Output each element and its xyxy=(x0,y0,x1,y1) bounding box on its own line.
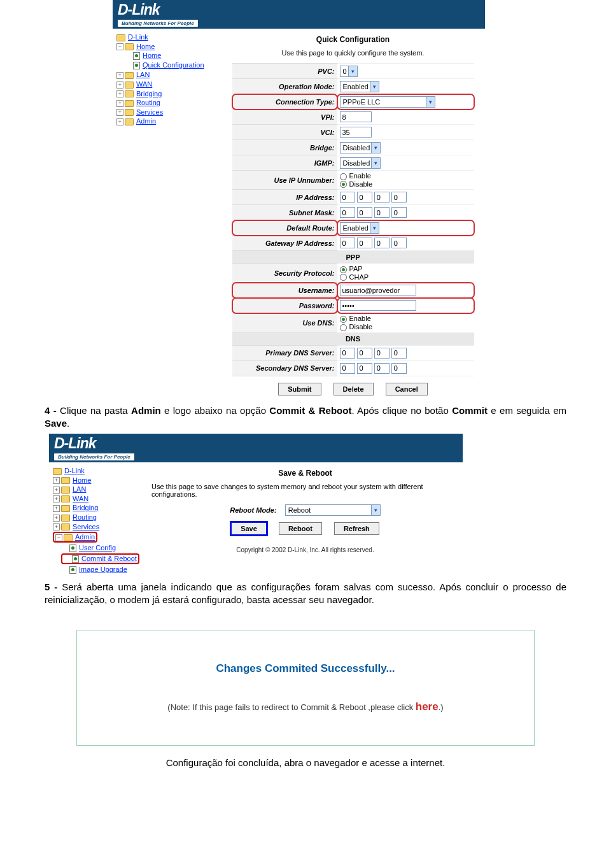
expander-icon[interactable]: + xyxy=(116,109,123,116)
input-sdns-3[interactable] xyxy=(391,363,407,374)
input-gw-2[interactable] xyxy=(374,238,390,248)
radio-ipun-disable[interactable] xyxy=(340,181,347,188)
input-gw-3[interactable] xyxy=(391,238,407,248)
delete-button[interactable]: Delete xyxy=(334,383,374,395)
nav-routing[interactable]: Routing xyxy=(73,513,97,521)
input-vpi[interactable] xyxy=(340,111,372,122)
input-pdns-0[interactable] xyxy=(340,348,355,359)
save-button[interactable]: Save xyxy=(231,522,267,535)
nav-home-folder[interactable]: Home xyxy=(136,43,155,50)
nav-services[interactable]: Services xyxy=(73,523,99,530)
chevron-down-icon: ▾ xyxy=(348,66,357,76)
label-username: Username: xyxy=(232,283,337,298)
nav-root[interactable]: D-Link xyxy=(64,467,85,474)
expander-icon[interactable]: + xyxy=(53,487,60,494)
router-screen-savereboot: D-Link Building Networks For People D-Li… xyxy=(49,434,463,577)
expander-icon[interactable]: + xyxy=(116,82,123,89)
input-pdns-3[interactable] xyxy=(391,348,407,359)
doc-footer: Configuração foi concluída, abra o naveg… xyxy=(0,746,611,772)
input-mask-2[interactable] xyxy=(374,207,390,218)
nav-commit-reboot[interactable]: Commit & Reboot xyxy=(81,555,137,562)
expander-icon[interactable]: + xyxy=(53,477,60,484)
brand-logo: D-Link xyxy=(49,434,463,452)
expander-icon[interactable]: + xyxy=(53,505,60,512)
expander-icon[interactable]: + xyxy=(53,515,60,522)
brand-tagline: Building Networks For People xyxy=(54,453,134,460)
label-gw: Gateway IP Address: xyxy=(232,236,337,251)
nav-lan[interactable]: LAN xyxy=(136,71,150,78)
quickconfig-content: Quick Configuration Use this page to qui… xyxy=(221,29,485,401)
input-password[interactable] xyxy=(340,300,416,311)
cancel-button[interactable]: Cancel xyxy=(386,383,428,395)
folder-icon xyxy=(116,34,125,41)
nav-quickconfig[interactable]: Quick Configuration xyxy=(143,61,204,69)
radio-chap[interactable] xyxy=(340,274,347,281)
expander-icon[interactable]: + xyxy=(116,118,123,125)
select-reboot-mode[interactable]: Reboot▾ xyxy=(285,504,381,516)
nav-routing[interactable]: Routing xyxy=(136,99,160,106)
page-icon xyxy=(133,52,140,60)
section-dns: DNS xyxy=(232,332,474,345)
nav-lan[interactable]: LAN xyxy=(73,485,86,493)
radio-pap[interactable] xyxy=(340,266,347,273)
refresh-button[interactable]: Refresh xyxy=(334,522,379,535)
input-ip-1[interactable] xyxy=(357,192,372,203)
input-vci[interactable] xyxy=(340,127,372,138)
expander-icon[interactable]: − xyxy=(116,43,123,50)
folder-icon xyxy=(125,118,134,125)
select-opmode[interactable]: Enabled▾ xyxy=(340,81,379,92)
doc-step-5: 5 - Será aberta uma janela indicando que… xyxy=(0,577,611,611)
commit-title: Changes Commited Successfully... xyxy=(83,662,528,675)
input-mask-3[interactable] xyxy=(391,207,407,218)
expander-icon[interactable]: + xyxy=(116,100,123,107)
select-default-route[interactable]: Enabled▾ xyxy=(340,222,379,234)
reboot-button[interactable]: Reboot xyxy=(279,522,322,535)
nav-services[interactable]: Services xyxy=(136,108,163,116)
input-username[interactable] xyxy=(340,285,416,295)
input-mask-0[interactable] xyxy=(340,207,355,218)
input-gw-0[interactable] xyxy=(340,238,355,248)
folder-icon xyxy=(125,72,134,79)
expander-icon[interactable]: + xyxy=(53,495,60,502)
nav-user-config[interactable]: User Config xyxy=(79,544,116,551)
nav-bridging[interactable]: Bridging xyxy=(73,504,98,511)
radio-ipun-enable[interactable] xyxy=(340,173,347,180)
expander-icon[interactable]: − xyxy=(55,534,62,541)
nav-admin[interactable]: Admin xyxy=(75,533,95,541)
input-gw-1[interactable] xyxy=(357,238,372,248)
submit-button[interactable]: Submit xyxy=(278,383,321,395)
nav-home[interactable]: Home xyxy=(143,52,161,59)
expander-icon[interactable]: + xyxy=(116,90,123,97)
input-mask-1[interactable] xyxy=(357,207,372,218)
nav-tree: D-Link −Home Home Quick Configuration +L… xyxy=(113,29,221,129)
input-pdns-1[interactable] xyxy=(357,348,372,359)
expander-icon[interactable]: + xyxy=(53,523,60,530)
nav-bridging[interactable]: Bridging xyxy=(136,90,162,97)
nav-wan[interactable]: WAN xyxy=(73,495,88,502)
label-bridge: Bridge: xyxy=(232,140,337,155)
radio-dns-enable[interactable] xyxy=(340,316,347,323)
chevron-down-icon: ▾ xyxy=(371,505,380,515)
select-igmp[interactable]: Disabled▾ xyxy=(340,157,381,169)
input-sdns-0[interactable] xyxy=(340,363,355,374)
folder-icon xyxy=(61,515,70,522)
radio-dns-disable[interactable] xyxy=(340,324,347,331)
nav-root[interactable]: D-Link xyxy=(128,33,148,41)
select-bridge[interactable]: Disabled▾ xyxy=(340,142,381,153)
nav-admin[interactable]: Admin xyxy=(136,117,156,125)
input-pdns-2[interactable] xyxy=(374,348,390,359)
input-ip-2[interactable] xyxy=(374,192,390,203)
nav-wan[interactable]: WAN xyxy=(136,80,152,88)
here-link[interactable]: here xyxy=(416,701,439,713)
page-icon xyxy=(69,566,76,574)
nav-image-upgrade[interactable]: Image Upgrade xyxy=(79,566,127,573)
input-ip-0[interactable] xyxy=(340,192,355,203)
label-vci: VCI: xyxy=(232,125,337,140)
nav-home[interactable]: Home xyxy=(73,476,91,484)
input-ip-3[interactable] xyxy=(391,192,407,203)
expander-icon[interactable]: + xyxy=(116,72,123,79)
select-conntype[interactable]: PPPoE LLC▾ xyxy=(340,96,435,108)
input-sdns-2[interactable] xyxy=(374,363,390,374)
select-pvc[interactable]: 0▾ xyxy=(340,66,358,77)
input-sdns-1[interactable] xyxy=(357,363,372,374)
